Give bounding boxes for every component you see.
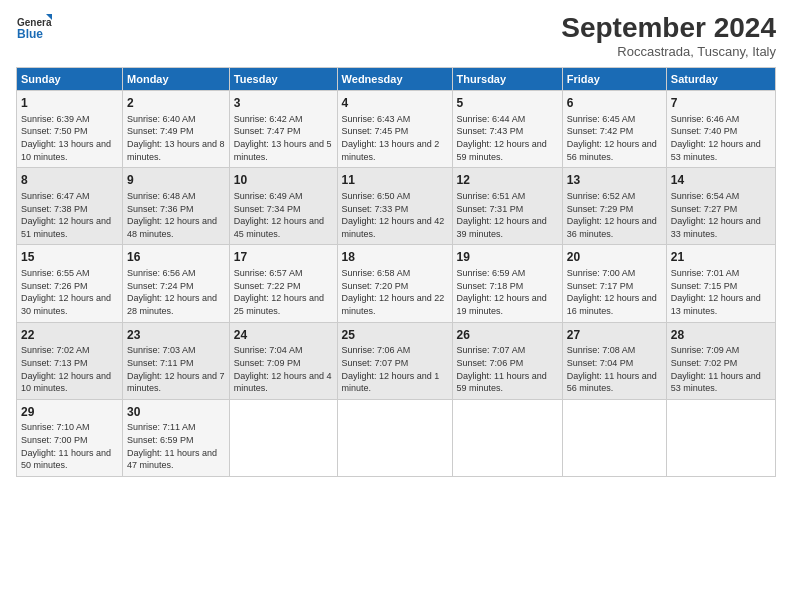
day-info: Sunrise: 6:48 AMSunset: 7:36 PMDaylight:… bbox=[127, 190, 225, 240]
day-info: Sunrise: 7:00 AMSunset: 7:17 PMDaylight:… bbox=[567, 267, 662, 317]
day-info: Sunrise: 7:06 AMSunset: 7:07 PMDaylight:… bbox=[342, 344, 448, 394]
day-number: 2 bbox=[127, 95, 225, 112]
day-cell: 1Sunrise: 6:39 AMSunset: 7:50 PMDaylight… bbox=[17, 91, 123, 168]
logo: General Blue bbox=[16, 12, 52, 48]
day-info: Sunrise: 6:55 AMSunset: 7:26 PMDaylight:… bbox=[21, 267, 118, 317]
day-number: 16 bbox=[127, 249, 225, 266]
day-info: Sunrise: 6:40 AMSunset: 7:49 PMDaylight:… bbox=[127, 113, 225, 163]
calendar-table: SundayMondayTuesdayWednesdayThursdayFrid… bbox=[16, 67, 776, 477]
day-number: 24 bbox=[234, 327, 333, 344]
day-number: 5 bbox=[457, 95, 558, 112]
location: Roccastrada, Tuscany, Italy bbox=[561, 44, 776, 59]
day-info: Sunrise: 7:08 AMSunset: 7:04 PMDaylight:… bbox=[567, 344, 662, 394]
day-cell: 14Sunrise: 6:54 AMSunset: 7:27 PMDayligh… bbox=[666, 168, 775, 245]
day-info: Sunrise: 6:42 AMSunset: 7:47 PMDaylight:… bbox=[234, 113, 333, 163]
col-header-tuesday: Tuesday bbox=[229, 68, 337, 91]
day-info: Sunrise: 6:47 AMSunset: 7:38 PMDaylight:… bbox=[21, 190, 118, 240]
col-header-sunday: Sunday bbox=[17, 68, 123, 91]
day-info: Sunrise: 6:57 AMSunset: 7:22 PMDaylight:… bbox=[234, 267, 333, 317]
header-row: SundayMondayTuesdayWednesdayThursdayFrid… bbox=[17, 68, 776, 91]
month-title: September 2024 bbox=[561, 12, 776, 44]
day-number: 17 bbox=[234, 249, 333, 266]
day-cell: 2Sunrise: 6:40 AMSunset: 7:49 PMDaylight… bbox=[123, 91, 230, 168]
day-cell: 18Sunrise: 6:58 AMSunset: 7:20 PMDayligh… bbox=[337, 245, 452, 322]
day-number: 23 bbox=[127, 327, 225, 344]
day-number: 3 bbox=[234, 95, 333, 112]
page: General Blue September 2024 Roccastrada,… bbox=[0, 0, 792, 612]
day-number: 21 bbox=[671, 249, 771, 266]
day-number: 14 bbox=[671, 172, 771, 189]
day-cell: 6Sunrise: 6:45 AMSunset: 7:42 PMDaylight… bbox=[562, 91, 666, 168]
day-number: 13 bbox=[567, 172, 662, 189]
day-info: Sunrise: 6:56 AMSunset: 7:24 PMDaylight:… bbox=[127, 267, 225, 317]
day-number: 28 bbox=[671, 327, 771, 344]
day-info: Sunrise: 6:52 AMSunset: 7:29 PMDaylight:… bbox=[567, 190, 662, 240]
col-header-thursday: Thursday bbox=[452, 68, 562, 91]
day-cell: 22Sunrise: 7:02 AMSunset: 7:13 PMDayligh… bbox=[17, 322, 123, 399]
day-info: Sunrise: 6:43 AMSunset: 7:45 PMDaylight:… bbox=[342, 113, 448, 163]
logo-svg: General Blue bbox=[16, 12, 52, 48]
day-info: Sunrise: 6:59 AMSunset: 7:18 PMDaylight:… bbox=[457, 267, 558, 317]
day-number: 22 bbox=[21, 327, 118, 344]
day-cell: 24Sunrise: 7:04 AMSunset: 7:09 PMDayligh… bbox=[229, 322, 337, 399]
col-header-saturday: Saturday bbox=[666, 68, 775, 91]
day-cell: 3Sunrise: 6:42 AMSunset: 7:47 PMDaylight… bbox=[229, 91, 337, 168]
day-info: Sunrise: 7:09 AMSunset: 7:02 PMDaylight:… bbox=[671, 344, 771, 394]
day-cell: 9Sunrise: 6:48 AMSunset: 7:36 PMDaylight… bbox=[123, 168, 230, 245]
day-number: 29 bbox=[21, 404, 118, 421]
day-info: Sunrise: 7:07 AMSunset: 7:06 PMDaylight:… bbox=[457, 344, 558, 394]
day-cell: 21Sunrise: 7:01 AMSunset: 7:15 PMDayligh… bbox=[666, 245, 775, 322]
day-cell: 13Sunrise: 6:52 AMSunset: 7:29 PMDayligh… bbox=[562, 168, 666, 245]
day-cell: 28Sunrise: 7:09 AMSunset: 7:02 PMDayligh… bbox=[666, 322, 775, 399]
day-cell: 17Sunrise: 6:57 AMSunset: 7:22 PMDayligh… bbox=[229, 245, 337, 322]
col-header-friday: Friday bbox=[562, 68, 666, 91]
title-block: September 2024 Roccastrada, Tuscany, Ita… bbox=[561, 12, 776, 59]
day-info: Sunrise: 7:10 AMSunset: 7:00 PMDaylight:… bbox=[21, 421, 118, 471]
day-cell: 4Sunrise: 6:43 AMSunset: 7:45 PMDaylight… bbox=[337, 91, 452, 168]
day-cell: 23Sunrise: 7:03 AMSunset: 7:11 PMDayligh… bbox=[123, 322, 230, 399]
day-cell: 7Sunrise: 6:46 AMSunset: 7:40 PMDaylight… bbox=[666, 91, 775, 168]
day-number: 18 bbox=[342, 249, 448, 266]
day-cell: 16Sunrise: 6:56 AMSunset: 7:24 PMDayligh… bbox=[123, 245, 230, 322]
svg-text:Blue: Blue bbox=[17, 27, 43, 41]
day-cell: 26Sunrise: 7:07 AMSunset: 7:06 PMDayligh… bbox=[452, 322, 562, 399]
day-number: 1 bbox=[21, 95, 118, 112]
day-number: 11 bbox=[342, 172, 448, 189]
day-cell bbox=[562, 399, 666, 476]
day-number: 15 bbox=[21, 249, 118, 266]
week-row-1: 1Sunrise: 6:39 AMSunset: 7:50 PMDaylight… bbox=[17, 91, 776, 168]
day-number: 6 bbox=[567, 95, 662, 112]
day-number: 9 bbox=[127, 172, 225, 189]
day-info: Sunrise: 7:03 AMSunset: 7:11 PMDaylight:… bbox=[127, 344, 225, 394]
day-cell bbox=[229, 399, 337, 476]
day-number: 30 bbox=[127, 404, 225, 421]
day-info: Sunrise: 7:02 AMSunset: 7:13 PMDaylight:… bbox=[21, 344, 118, 394]
day-info: Sunrise: 6:46 AMSunset: 7:40 PMDaylight:… bbox=[671, 113, 771, 163]
day-cell bbox=[666, 399, 775, 476]
day-cell: 30Sunrise: 7:11 AMSunset: 6:59 PMDayligh… bbox=[123, 399, 230, 476]
day-info: Sunrise: 6:44 AMSunset: 7:43 PMDaylight:… bbox=[457, 113, 558, 163]
day-number: 27 bbox=[567, 327, 662, 344]
day-number: 8 bbox=[21, 172, 118, 189]
day-cell: 12Sunrise: 6:51 AMSunset: 7:31 PMDayligh… bbox=[452, 168, 562, 245]
day-cell: 10Sunrise: 6:49 AMSunset: 7:34 PMDayligh… bbox=[229, 168, 337, 245]
day-cell: 19Sunrise: 6:59 AMSunset: 7:18 PMDayligh… bbox=[452, 245, 562, 322]
day-number: 7 bbox=[671, 95, 771, 112]
day-cell: 20Sunrise: 7:00 AMSunset: 7:17 PMDayligh… bbox=[562, 245, 666, 322]
day-info: Sunrise: 6:58 AMSunset: 7:20 PMDaylight:… bbox=[342, 267, 448, 317]
day-info: Sunrise: 7:04 AMSunset: 7:09 PMDaylight:… bbox=[234, 344, 333, 394]
day-info: Sunrise: 6:49 AMSunset: 7:34 PMDaylight:… bbox=[234, 190, 333, 240]
day-cell: 11Sunrise: 6:50 AMSunset: 7:33 PMDayligh… bbox=[337, 168, 452, 245]
day-cell: 29Sunrise: 7:10 AMSunset: 7:00 PMDayligh… bbox=[17, 399, 123, 476]
week-row-5: 29Sunrise: 7:10 AMSunset: 7:00 PMDayligh… bbox=[17, 399, 776, 476]
day-number: 26 bbox=[457, 327, 558, 344]
day-info: Sunrise: 6:45 AMSunset: 7:42 PMDaylight:… bbox=[567, 113, 662, 163]
day-number: 20 bbox=[567, 249, 662, 266]
day-cell bbox=[452, 399, 562, 476]
week-row-4: 22Sunrise: 7:02 AMSunset: 7:13 PMDayligh… bbox=[17, 322, 776, 399]
day-number: 10 bbox=[234, 172, 333, 189]
day-cell: 8Sunrise: 6:47 AMSunset: 7:38 PMDaylight… bbox=[17, 168, 123, 245]
day-cell: 15Sunrise: 6:55 AMSunset: 7:26 PMDayligh… bbox=[17, 245, 123, 322]
day-cell: 27Sunrise: 7:08 AMSunset: 7:04 PMDayligh… bbox=[562, 322, 666, 399]
day-number: 12 bbox=[457, 172, 558, 189]
